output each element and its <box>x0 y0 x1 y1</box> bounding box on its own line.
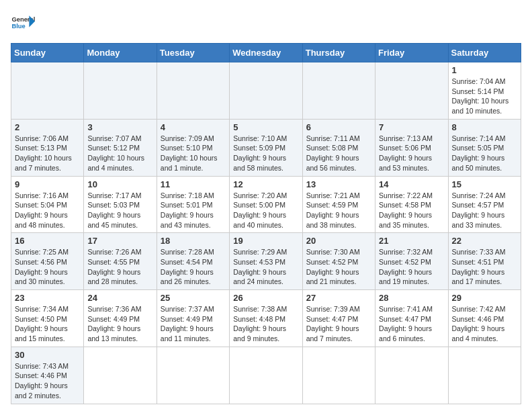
calendar-cell: 18Sunrise: 7:28 AM Sunset: 4:54 PM Dayli… <box>157 233 229 290</box>
day-info: Sunrise: 7:34 AM Sunset: 4:50 PM Dayligh… <box>15 304 80 344</box>
day-number: 8 <box>452 122 517 132</box>
day-info: Sunrise: 7:24 AM Sunset: 4:57 PM Dayligh… <box>452 191 517 230</box>
day-number: 15 <box>452 179 517 189</box>
day-info: Sunrise: 7:09 AM Sunset: 5:10 PM Dayligh… <box>161 134 226 173</box>
day-info: Sunrise: 7:18 AM Sunset: 5:01 PM Dayligh… <box>161 191 226 230</box>
day-info: Sunrise: 7:20 AM Sunset: 5:00 PM Dayligh… <box>233 191 298 230</box>
day-number: 24 <box>87 293 152 303</box>
calendar-cell <box>230 62 302 120</box>
day-number: 18 <box>161 236 226 246</box>
calendar-cell <box>230 347 302 404</box>
day-number: 1 <box>452 65 517 75</box>
day-number: 3 <box>87 122 152 132</box>
day-info: Sunrise: 7:37 AM Sunset: 4:49 PM Dayligh… <box>161 304 226 344</box>
calendar-cell: 20Sunrise: 7:30 AM Sunset: 4:52 PM Dayli… <box>302 233 375 290</box>
calendar: SundayMondayTuesdayWednesdayThursdayFrid… <box>11 43 521 404</box>
calendar-week-row: 30Sunrise: 7:43 AM Sunset: 4:46 PM Dayli… <box>11 347 521 404</box>
calendar-week-row: 9Sunrise: 7:16 AM Sunset: 5:04 PM Daylig… <box>11 176 521 233</box>
calendar-cell: 3Sunrise: 7:07 AM Sunset: 5:12 PM Daylig… <box>84 119 157 176</box>
calendar-cell: 12Sunrise: 7:20 AM Sunset: 5:00 PM Dayli… <box>230 176 302 233</box>
day-info: Sunrise: 7:10 AM Sunset: 5:09 PM Dayligh… <box>233 134 298 173</box>
day-info: Sunrise: 7:38 AM Sunset: 4:48 PM Dayligh… <box>233 304 298 344</box>
day-info: Sunrise: 7:25 AM Sunset: 4:56 PM Dayligh… <box>15 247 80 287</box>
day-number: 19 <box>233 236 298 246</box>
day-number: 12 <box>233 179 298 189</box>
calendar-cell <box>302 347 375 404</box>
day-number: 21 <box>379 236 444 246</box>
day-info: Sunrise: 7:32 AM Sunset: 4:52 PM Dayligh… <box>379 247 444 287</box>
calendar-week-row: 16Sunrise: 7:25 AM Sunset: 4:56 PM Dayli… <box>11 233 521 290</box>
weekday-header-friday: Friday <box>375 44 448 62</box>
day-info: Sunrise: 7:33 AM Sunset: 4:51 PM Dayligh… <box>452 247 517 287</box>
calendar-cell: 30Sunrise: 7:43 AM Sunset: 4:46 PM Dayli… <box>11 347 84 404</box>
calendar-cell: 13Sunrise: 7:21 AM Sunset: 4:59 PM Dayli… <box>302 176 375 233</box>
calendar-cell: 24Sunrise: 7:36 AM Sunset: 4:49 PM Dayli… <box>84 290 157 347</box>
day-info: Sunrise: 7:06 AM Sunset: 5:13 PM Dayligh… <box>15 134 80 173</box>
day-info: Sunrise: 7:30 AM Sunset: 4:52 PM Dayligh… <box>306 247 371 287</box>
calendar-cell: 10Sunrise: 7:17 AM Sunset: 5:03 PM Dayli… <box>84 176 157 233</box>
day-number: 4 <box>161 122 226 132</box>
day-number: 17 <box>87 236 152 246</box>
day-number: 29 <box>452 293 517 303</box>
calendar-cell <box>157 347 229 404</box>
day-info: Sunrise: 7:36 AM Sunset: 4:49 PM Dayligh… <box>87 304 152 344</box>
calendar-cell <box>448 347 521 404</box>
calendar-cell: 23Sunrise: 7:34 AM Sunset: 4:50 PM Dayli… <box>11 290 84 347</box>
weekday-header-sunday: Sunday <box>11 44 84 62</box>
calendar-cell: 6Sunrise: 7:11 AM Sunset: 5:08 PM Daylig… <box>302 119 375 176</box>
day-info: Sunrise: 7:21 AM Sunset: 4:59 PM Dayligh… <box>306 191 371 230</box>
day-info: Sunrise: 7:29 AM Sunset: 4:53 PM Dayligh… <box>233 247 298 287</box>
calendar-cell: 28Sunrise: 7:41 AM Sunset: 4:47 PM Dayli… <box>375 290 448 347</box>
calendar-cell: 25Sunrise: 7:37 AM Sunset: 4:49 PM Dayli… <box>157 290 229 347</box>
day-info: Sunrise: 7:26 AM Sunset: 4:55 PM Dayligh… <box>87 247 152 287</box>
day-number: 27 <box>306 293 371 303</box>
day-info: Sunrise: 7:16 AM Sunset: 5:04 PM Dayligh… <box>15 191 80 230</box>
calendar-cell: 8Sunrise: 7:14 AM Sunset: 5:05 PM Daylig… <box>448 119 521 176</box>
day-info: Sunrise: 7:22 AM Sunset: 4:58 PM Dayligh… <box>379 191 444 230</box>
svg-text:Blue: Blue <box>11 23 25 30</box>
calendar-cell: 17Sunrise: 7:26 AM Sunset: 4:55 PM Dayli… <box>84 233 157 290</box>
day-number: 20 <box>306 236 371 246</box>
header: General Blue <box>11 11 521 35</box>
day-info: Sunrise: 7:14 AM Sunset: 5:05 PM Dayligh… <box>452 134 517 173</box>
calendar-cell <box>375 347 448 404</box>
day-info: Sunrise: 7:39 AM Sunset: 4:47 PM Dayligh… <box>306 304 371 344</box>
day-info: Sunrise: 7:13 AM Sunset: 5:06 PM Dayligh… <box>379 134 444 173</box>
day-number: 26 <box>233 293 298 303</box>
calendar-cell: 29Sunrise: 7:42 AM Sunset: 4:46 PM Dayli… <box>448 290 521 347</box>
calendar-cell: 9Sunrise: 7:16 AM Sunset: 5:04 PM Daylig… <box>11 176 84 233</box>
calendar-cell: 1Sunrise: 7:04 AM Sunset: 5:14 PM Daylig… <box>448 62 521 120</box>
day-number: 30 <box>15 350 80 360</box>
calendar-cell <box>302 62 375 120</box>
calendar-week-row: 1Sunrise: 7:04 AM Sunset: 5:14 PM Daylig… <box>11 62 521 120</box>
day-info: Sunrise: 7:11 AM Sunset: 5:08 PM Dayligh… <box>306 134 371 173</box>
calendar-cell: 15Sunrise: 7:24 AM Sunset: 4:57 PM Dayli… <box>448 176 521 233</box>
day-info: Sunrise: 7:42 AM Sunset: 4:46 PM Dayligh… <box>452 304 517 344</box>
calendar-cell: 14Sunrise: 7:22 AM Sunset: 4:58 PM Dayli… <box>375 176 448 233</box>
day-number: 23 <box>15 293 80 303</box>
calendar-cell <box>157 62 229 120</box>
day-number: 7 <box>379 122 444 132</box>
calendar-cell: 7Sunrise: 7:13 AM Sunset: 5:06 PM Daylig… <box>375 119 448 176</box>
day-number: 25 <box>161 293 226 303</box>
calendar-cell: 5Sunrise: 7:10 AM Sunset: 5:09 PM Daylig… <box>230 119 302 176</box>
day-number: 11 <box>161 179 226 189</box>
weekday-header-monday: Monday <box>84 44 157 62</box>
calendar-cell: 11Sunrise: 7:18 AM Sunset: 5:01 PM Dayli… <box>157 176 229 233</box>
day-number: 16 <box>15 236 80 246</box>
weekday-header-saturday: Saturday <box>448 44 521 62</box>
day-number: 14 <box>379 179 444 189</box>
generalblue-logo-icon: General Blue <box>11 11 35 35</box>
calendar-week-row: 23Sunrise: 7:34 AM Sunset: 4:50 PM Dayli… <box>11 290 521 347</box>
day-number: 22 <box>452 236 517 246</box>
day-number: 2 <box>15 122 80 132</box>
logo: General Blue <box>11 11 35 35</box>
calendar-cell <box>84 62 157 120</box>
day-info: Sunrise: 7:41 AM Sunset: 4:47 PM Dayligh… <box>379 304 444 344</box>
weekday-header-tuesday: Tuesday <box>157 44 229 62</box>
calendar-cell: 4Sunrise: 7:09 AM Sunset: 5:10 PM Daylig… <box>157 119 229 176</box>
calendar-cell <box>84 347 157 404</box>
day-info: Sunrise: 7:07 AM Sunset: 5:12 PM Dayligh… <box>87 134 152 173</box>
weekday-header-wednesday: Wednesday <box>230 44 302 62</box>
calendar-cell: 22Sunrise: 7:33 AM Sunset: 4:51 PM Dayli… <box>448 233 521 290</box>
